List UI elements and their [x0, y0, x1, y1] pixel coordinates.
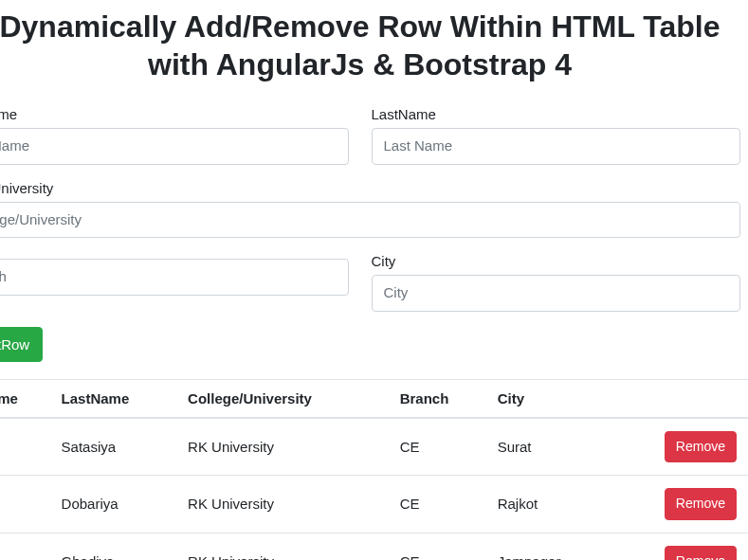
remove-button[interactable]: Remove	[665, 488, 737, 520]
last-name-label: LastName	[372, 106, 741, 122]
cell-city: Jamnagar	[490, 533, 610, 560]
th-branch: Branch	[392, 379, 490, 418]
cell-city: Surat	[490, 418, 610, 476]
cell-name: nj	[0, 418, 54, 476]
cell-action: Remove	[610, 533, 748, 560]
data-table: Name LastName College/University Branch …	[0, 379, 748, 561]
last-name-input[interactable]	[372, 128, 741, 165]
cell-branch: CE	[392, 418, 490, 476]
city-input[interactable]	[372, 275, 741, 312]
cell-lastName: Dobariya	[54, 476, 181, 533]
first-name-input[interactable]	[0, 128, 349, 165]
cell-action: Remove	[610, 418, 748, 476]
cell-branch: CE	[392, 533, 490, 560]
college-input[interactable]	[0, 202, 740, 239]
college-label: e/University	[0, 180, 740, 196]
page-title: Dynamically Add/Remove Row Within HTML T…	[0, 8, 748, 83]
th-lastname: LastName	[54, 379, 181, 418]
table-row: DobariyaRK UniversityCERajkotRemove	[0, 476, 748, 533]
table-row: GhadiyaRK UniversityCEJamnagarRemove	[0, 533, 748, 560]
table-row: njSatasiyaRK UniversityCESuratRemove	[0, 418, 748, 476]
city-label: City	[372, 253, 741, 269]
insert-row-button[interactable]: rtRow	[0, 327, 43, 362]
th-action	[610, 379, 748, 418]
th-city: City	[490, 379, 610, 418]
cell-branch: CE	[392, 476, 490, 533]
cell-lastName: Satasiya	[54, 418, 181, 476]
branch-input[interactable]	[0, 259, 349, 296]
cell-lastName: Ghadiya	[54, 533, 181, 560]
remove-button[interactable]: Remove	[665, 546, 737, 560]
cell-city: Rajkot	[490, 476, 610, 533]
remove-button[interactable]: Remove	[665, 431, 737, 463]
th-name: Name	[0, 379, 54, 418]
first-name-label: Name	[0, 106, 349, 122]
cell-college: RK University	[180, 533, 392, 560]
cell-college: RK University	[180, 418, 392, 476]
cell-action: Remove	[610, 476, 748, 533]
th-college: College/University	[180, 379, 392, 418]
cell-name	[0, 533, 54, 560]
cell-name	[0, 476, 54, 533]
cell-college: RK University	[180, 476, 392, 533]
